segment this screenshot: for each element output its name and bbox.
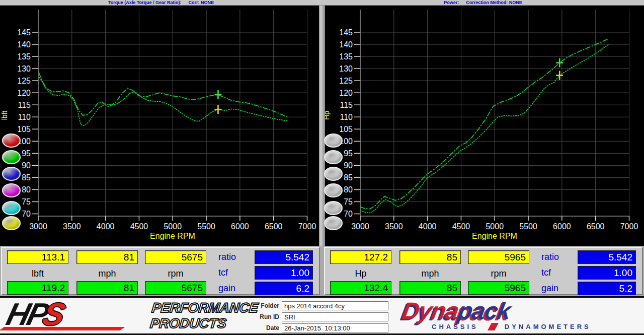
svg-text:145: 145 (17, 28, 31, 37)
svg-text:3500: 3500 (385, 222, 403, 231)
svg-text:125: 125 (17, 77, 31, 85)
svg-text:110: 110 (340, 113, 353, 121)
power-run-slot-button-3[interactable] (324, 167, 343, 181)
svg-text:95: 95 (344, 149, 353, 158)
readout-band: 113.1 81 5675 lbft mph rpm 119.2 81 5675… (0, 246, 644, 296)
gain-label: gain (541, 283, 574, 294)
svg-text:5000: 5000 (164, 222, 182, 231)
hps-logo-underline (0, 327, 125, 330)
dynapack-chassis-text: CHASSIS (432, 323, 478, 330)
torque-run-color-button-2[interactable] (2, 150, 21, 164)
chart-divider (319, 6, 325, 247)
cursor-speed-value: 85 (399, 250, 461, 264)
torque-run-color-button-1[interactable] (2, 133, 21, 148)
svg-text:5500: 5500 (519, 222, 537, 231)
power-run-slot-button-4[interactable] (324, 183, 343, 197)
date-field-input[interactable]: 26-Jan-2015 10:13:00 (282, 323, 388, 332)
runid-field-input[interactable]: SRI (282, 312, 388, 321)
svg-text:115: 115 (340, 101, 353, 109)
svg-text:3500: 3500 (63, 222, 81, 231)
tcf-value: 1.00 (255, 266, 313, 280)
torque-correction-text: Corr: NONE (189, 0, 214, 5)
torque-title-text: Torque (Axle Torque / Gear Ratio): (108, 0, 182, 5)
svg-text:70: 70 (344, 210, 353, 218)
power-unit-label: Hp (330, 268, 391, 279)
cursor-torque-value: 113.1 (7, 250, 68, 264)
cursor-rpm-value: 5965 (468, 250, 529, 264)
svg-text:6500: 6500 (587, 222, 605, 231)
folder-field-input[interactable]: hps 2014 accord 4cy (282, 301, 388, 310)
ratio-value: 5.542 (578, 250, 636, 264)
rpm-unit-label: rpm (145, 268, 206, 279)
torque-run-color-button-6[interactable] (2, 216, 21, 230)
gain-value: 5.2 (578, 282, 636, 295)
power-title-text: Power: (444, 0, 459, 5)
power-chart-plot[interactable]: 7075808590951001051101151201251301351401… (322, 6, 644, 247)
speed-unit-label: mph (76, 268, 138, 279)
dynapack-logo-dyna: Dyna (400, 297, 460, 324)
svg-text:145: 145 (339, 28, 353, 37)
svg-text:140: 140 (17, 40, 31, 49)
svg-text:lbft: lbft (1, 111, 9, 120)
svg-text:80: 80 (22, 185, 31, 194)
svg-text:4000: 4000 (419, 222, 437, 231)
power-run-slot-button-5[interactable] (324, 201, 343, 215)
hps-performance-products-text: PERFORMANCE PRODUCTS (149, 300, 259, 331)
cursor-rpm-value: 5675 (145, 250, 206, 264)
svg-text:130: 130 (339, 64, 353, 73)
chart-region: 7075808590951001051101151201251301351401… (0, 6, 644, 247)
live-speed-value: 85 (399, 281, 461, 295)
svg-text:5000: 5000 (486, 222, 504, 231)
svg-text:135: 135 (339, 52, 353, 61)
live-speed-value: 81 (76, 281, 138, 295)
hps-text-line2: PRODUCTS (149, 316, 258, 331)
svg-text:4000: 4000 (97, 222, 115, 231)
svg-text:105: 105 (17, 125, 31, 133)
power-readout-panel: 127.2 85 5965 Hp mph rpm 132.4 85 5965 r… (324, 247, 643, 295)
svg-text:105: 105 (339, 125, 353, 133)
power-run-slot-button-2[interactable] (324, 150, 343, 164)
torque-run-color-button-5[interactable] (2, 201, 21, 215)
dynapack-logo-pack: pack (456, 297, 512, 324)
torque-readout-panel: 113.1 81 5675 lbft mph rpm 119.2 81 5675… (1, 247, 320, 295)
svg-text:3000: 3000 (29, 222, 47, 231)
live-torque-value: 119.2 (7, 281, 68, 295)
rpm-unit-label: rpm (468, 268, 529, 279)
torque-run-color-button-4[interactable] (2, 183, 21, 197)
svg-text:7000: 7000 (298, 222, 316, 231)
svg-text:130: 130 (17, 64, 31, 73)
svg-text:120: 120 (339, 89, 353, 97)
svg-text:4500: 4500 (452, 222, 470, 231)
svg-text:140: 140 (339, 40, 353, 49)
svg-text:120: 120 (17, 89, 31, 97)
svg-text:85: 85 (344, 173, 353, 182)
svg-text:90: 90 (22, 161, 31, 170)
torque-run-color-button-3[interactable] (2, 167, 21, 181)
power-run-slot-button-6[interactable] (324, 216, 343, 230)
torque-unit-label: lbft (7, 268, 68, 279)
ratio-label: ratio (218, 252, 251, 262)
svg-text:95: 95 (22, 149, 31, 158)
gain-label: gain (218, 283, 251, 294)
torque-chart-title: Torque (Axle Torque / Gear Ratio): Corr:… (0, 0, 322, 5)
svg-text:75: 75 (22, 197, 31, 206)
tcf-value: 1.00 (578, 266, 636, 280)
cursor-power-value: 127.2 (330, 250, 391, 264)
torque-chart-plot[interactable]: 7075808590951001051101151201251301351401… (0, 6, 322, 247)
runid-field-label: Run ID (254, 313, 279, 320)
chart-title-strip: Torque (Axle Torque / Gear Ratio): Corr:… (0, 0, 644, 6)
footer-bar: HPS PERFORMANCE PRODUCTS Folder hps 2014… (0, 296, 644, 335)
power-correction-text: Correction Method: NONE (466, 0, 522, 5)
date-field-label: Date (254, 324, 279, 331)
speed-unit-label: mph (399, 268, 461, 279)
tcf-label: tcf (541, 267, 574, 278)
power-run-slot-button-1[interactable] (324, 133, 343, 148)
svg-text:6000: 6000 (553, 222, 571, 231)
ratio-label: ratio (541, 252, 574, 262)
live-rpm-value: 5675 (145, 281, 206, 295)
svg-text:125: 125 (339, 77, 353, 85)
gain-value: 6.2 (255, 282, 313, 295)
svg-text:70: 70 (22, 210, 31, 218)
svg-text:6000: 6000 (231, 222, 249, 231)
svg-text:3000: 3000 (351, 222, 369, 231)
